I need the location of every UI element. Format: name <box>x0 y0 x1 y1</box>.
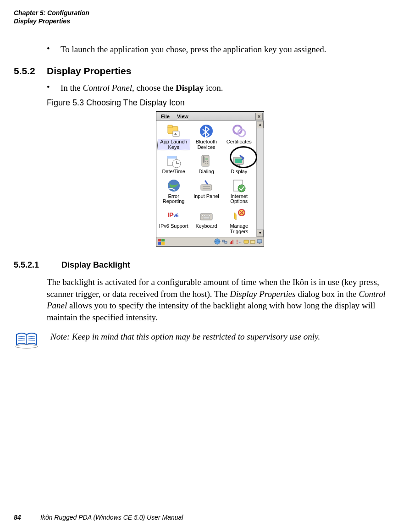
header-chapter: Chapter 5: Configuration <box>14 9 406 17</box>
subsection-title: Display Backlight <box>61 260 130 270</box>
label: Manage Triggers <box>223 224 255 234</box>
subsection-number: 5.5.2.1 <box>14 260 61 270</box>
svg-rect-33 <box>209 215 210 216</box>
item-manage-triggers[interactable]: Manage Triggers <box>223 207 255 236</box>
item-keyboard[interactable]: Keyboard <box>190 207 222 236</box>
svg-rect-45 <box>230 242 231 244</box>
tray-globe-icon[interactable] <box>214 238 221 246</box>
page-footer: 84 Ikôn Rugged PDA (Windows CE 5.0) User… <box>14 514 183 521</box>
certificates-icon <box>232 124 246 138</box>
svg-point-15 <box>205 161 206 162</box>
svg-rect-43 <box>222 240 225 242</box>
item-bluetooth-devices[interactable]: Bluetooth Devices <box>190 123 222 152</box>
dialing-icon <box>199 154 214 168</box>
svg-rect-38 <box>158 239 161 241</box>
svg-text:A: A <box>174 132 177 136</box>
label: Error Reporting <box>158 194 190 204</box>
svg-rect-1 <box>168 125 172 128</box>
item-input-panel[interactable]: Input Panel <box>190 177 222 206</box>
scrollbar[interactable]: ▴ ▾ <box>256 121 264 237</box>
tray-dots: … <box>239 240 243 244</box>
svg-rect-30 <box>202 215 203 216</box>
item-dialing[interactable]: Dialing <box>190 153 222 176</box>
app-launch-keys-icon: A <box>166 124 181 138</box>
note: Note: Keep in mind that this option may … <box>14 331 406 351</box>
internet-options-icon <box>232 178 246 193</box>
label: Internet Options <box>223 194 255 204</box>
screenshot-wrap: File View × A App Launch Keys <box>14 111 406 247</box>
section-number: 5.5.2 <box>14 66 47 77</box>
backlight-paragraph: The backlight is activated for a configu… <box>47 276 406 324</box>
bullet-text: To launch the application you chose, pre… <box>61 44 326 55</box>
book-icon <box>14 331 39 351</box>
para-italic1: Display Properties <box>230 289 295 299</box>
taskbar: ! … <box>156 237 264 246</box>
item-display[interactable]: Display <box>223 153 255 176</box>
titlebar: File View × <box>156 112 264 121</box>
svg-rect-44 <box>225 241 227 243</box>
label: Keyboard <box>195 224 217 229</box>
bluetooth-icon <box>199 124 214 138</box>
tray-signal-icon[interactable] <box>229 238 235 246</box>
svg-rect-31 <box>204 215 205 216</box>
label: Display <box>231 169 247 175</box>
text-mid: , choose the <box>132 83 176 93</box>
page-header: Chapter 5: Configuration Display Propert… <box>14 9 406 25</box>
tray-exclaim[interactable]: ! <box>236 239 238 245</box>
tray-network-icon[interactable] <box>221 238 228 246</box>
bullet-control-panel: • In the Control Panel, choose the Displ… <box>47 82 406 94</box>
item-ipv6-support[interactable]: IPv6 IPv6 Support <box>157 207 190 236</box>
svg-rect-48 <box>244 240 249 243</box>
start-button[interactable] <box>157 238 166 246</box>
svg-rect-49 <box>250 241 255 243</box>
para-mid1: dialog box in the <box>296 289 359 299</box>
label: Bluetooth Devices <box>190 139 222 150</box>
svg-rect-34 <box>203 217 210 219</box>
keyboard-icon <box>199 208 214 223</box>
tray-card-icon[interactable] <box>243 239 249 245</box>
text-post: icon. <box>204 83 223 93</box>
item-certificates[interactable]: Certificates <box>223 123 255 152</box>
svg-rect-50 <box>257 240 262 243</box>
svg-text:IPv6: IPv6 <box>167 211 179 219</box>
window-body: A App Launch Keys Bluetooth Devices <box>156 121 264 237</box>
scroll-down-button[interactable]: ▾ <box>257 230 264 237</box>
item-app-launch-keys[interactable]: A App Launch Keys <box>157 123 190 152</box>
display-icon <box>232 154 246 168</box>
svg-rect-47 <box>232 240 233 244</box>
svg-rect-39 <box>161 239 165 241</box>
item-internet-options[interactable]: Internet Options <box>223 177 255 206</box>
manage-triggers-icon <box>232 208 246 223</box>
bullet-marker: • <box>47 82 61 94</box>
label: IPv6 Support <box>159 224 188 229</box>
svg-rect-46 <box>231 241 232 244</box>
item-error-reporting[interactable]: Error Reporting <box>157 177 190 206</box>
svg-point-16 <box>207 161 208 162</box>
error-reporting-icon <box>166 178 181 193</box>
label: Certificates <box>227 139 252 145</box>
tray-desktop-icon[interactable] <box>256 238 263 246</box>
system-tray: ! … <box>214 238 263 246</box>
svg-rect-41 <box>161 242 165 245</box>
scroll-up-button[interactable]: ▴ <box>257 121 264 128</box>
svg-rect-8 <box>167 156 177 159</box>
svg-rect-32 <box>206 215 208 216</box>
close-button[interactable]: × <box>255 113 263 120</box>
note-text: Note: Keep in mind that this option may … <box>39 331 320 343</box>
subsection-5-5-2-1: 5.5.2.1 Display Backlight <box>14 260 406 270</box>
menu-file[interactable]: File <box>157 114 173 119</box>
tray-folder-icon[interactable] <box>250 239 255 245</box>
svg-rect-29 <box>200 214 212 220</box>
item-date-time[interactable]: Date/Time <box>157 153 190 176</box>
text-italic: Control Panel <box>83 83 133 93</box>
input-panel-icon <box>199 178 214 193</box>
scroll-track[interactable] <box>257 128 264 230</box>
svg-point-17 <box>205 163 206 164</box>
header-section: Display Properties <box>14 17 406 26</box>
ipv6-icon: IPv6 <box>166 208 181 223</box>
svg-rect-40 <box>158 242 161 245</box>
date-time-icon <box>166 154 181 168</box>
svg-rect-14 <box>205 158 208 160</box>
menu-view[interactable]: View <box>173 114 192 119</box>
svg-point-27 <box>238 185 245 192</box>
